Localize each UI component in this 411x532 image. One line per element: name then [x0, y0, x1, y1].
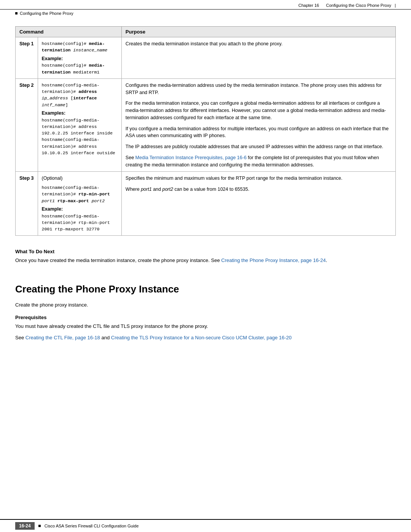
cmd2-bracket-open: [	[68, 96, 73, 101]
page-footer: 16-24 Cisco ASA Series Firewall CLI Conf…	[0, 519, 411, 532]
ex3-line2: 2001 rtp-maxport 32770	[42, 226, 118, 232]
examples-label-2: Examples:	[42, 110, 66, 116]
cmd2-intf: intf_name	[42, 102, 65, 107]
step-1-command: hostname(config)# media-termination inst…	[38, 37, 121, 79]
ex2-line4: 10.10.0.25 interface outside	[42, 150, 118, 156]
example-label-1: Example:	[42, 56, 63, 61]
chapter-title: Configuring the Cisco Phone Proxy	[326, 3, 391, 8]
step-2-purpose: Configures the media-termination address…	[121, 78, 395, 172]
sub-header: Configuring the Phone Proxy	[0, 10, 411, 19]
header-right: Chapter 16 Configuring the Cisco Phone P…	[298, 3, 396, 8]
step-2-purpose-p4: The IP addresses are publicly routable a…	[126, 143, 392, 150]
cmd2-italic: ip_address	[42, 96, 68, 101]
step-1-purpose: Creates the media termination instance t…	[121, 37, 395, 79]
breadcrumb: Configuring the Phone Proxy	[20, 11, 73, 16]
see-links: See Creating the CTL File, page 16-18 an…	[15, 334, 396, 342]
section-intro: Create the phone proxy instance.	[15, 301, 396, 309]
table-row: Step 1 hostname(config)# media-terminati…	[16, 37, 396, 79]
media-termination-link[interactable]: Media Termination Instance Prerequisites…	[135, 155, 247, 160]
cmd3-port2: port2	[89, 198, 105, 203]
page-number: 16-24	[15, 522, 35, 530]
what-next-prefix: Once you have created the media terminat…	[15, 257, 221, 263]
see-prefix: See	[15, 335, 25, 340]
cmd1-italic: instance_name	[70, 48, 107, 53]
ex1-suffix: mediaterm1	[70, 70, 99, 75]
step-3-purpose-p1: Specifies the minimum and maximum values…	[126, 175, 392, 182]
page-header: Chapter 16 Configuring the Cisco Phone P…	[0, 0, 411, 10]
ex2-line3: hostname(config-media-termination)# addr…	[42, 136, 118, 150]
footer-icon	[38, 525, 41, 527]
cmd2-interface-bold: interface	[73, 96, 97, 101]
footer-doc-title: Cisco ASA Series Firewall CLI Configurat…	[45, 524, 139, 528]
prerequisites-title: Prerequisites	[15, 315, 396, 320]
table-row: Step 2 hostname(config-media-termination…	[16, 78, 396, 172]
what-next-title: What To Do Next	[15, 249, 396, 254]
step-3-label: Step 3	[16, 172, 38, 236]
col-command-header: Command	[16, 27, 122, 37]
step-2-purpose-p1: Configures the media-termination address…	[126, 82, 392, 96]
step-3-command: (Optional) hostname(config-media-termina…	[38, 172, 121, 236]
cmd1-prefix: hostname(config)#	[42, 41, 89, 46]
step-2-purpose-p5: See Media Termination Instance Prerequis…	[126, 154, 392, 169]
step-3-optional: (Optional)	[42, 175, 118, 182]
prerequisites-text: You must have already created the CTL fi…	[15, 323, 396, 330]
step-1-purpose-text: Creates the media termination instance t…	[126, 41, 283, 46]
ex2-line1: hostname(config-media-termination)# addr…	[42, 117, 118, 130]
ex2-line2: 192.0.2.25 interface inside	[42, 130, 118, 136]
ex1-prefix: hostname(config)#	[42, 63, 89, 68]
table-row: Step 3 (Optional) hostname(config-media-…	[16, 172, 396, 236]
steps-table: Command Purpose Step 1 hostname(config)#…	[15, 26, 396, 236]
col-purpose-header: Purpose	[121, 27, 395, 37]
chapter-label: Chapter 16	[298, 3, 319, 8]
ex3-line1: hostname(config-media-termination)# rtp-…	[42, 213, 118, 226]
cmd3-bold1: rtp-min-port	[78, 192, 110, 197]
cmd2-bold: address	[78, 89, 97, 94]
step-3-purpose: Specifies the minimum and maximum values…	[121, 172, 395, 236]
what-next-suffix: .	[326, 257, 327, 263]
main-content: Command Purpose Step 1 hostname(config)#…	[0, 19, 411, 365]
phone-proxy-instance-link[interactable]: Creating the Phone Proxy Instance, page …	[221, 257, 326, 263]
step-2-command: hostname(config-media-termination)# addr…	[38, 78, 121, 172]
and-text: and	[100, 335, 111, 340]
what-to-do-next-section: What To Do Next Once you have created th…	[15, 245, 396, 272]
breadcrumb-icon	[15, 12, 18, 14]
cmd2-bracket-close: ]	[65, 102, 68, 107]
ctl-file-link[interactable]: Creating the CTL File, page 16-18	[25, 335, 100, 340]
port2-italic: port2	[162, 187, 173, 192]
what-next-text: Once you have created the media terminat…	[15, 257, 396, 264]
cmd3-bold2: rtp-max-port	[55, 198, 89, 203]
example-label-3: Example:	[42, 206, 63, 212]
cmd3-port1: port1	[42, 198, 55, 203]
step-1-label: Step 1	[16, 37, 38, 79]
step-2-label: Step 2	[16, 78, 38, 172]
section-heading: Creating the Phone Proxy Instance	[15, 283, 396, 295]
step-2-purpose-p2: For the media termination instance, you …	[126, 100, 392, 121]
step-2-purpose-p3: If you configure a media termination add…	[126, 125, 392, 140]
port1-italic: port1	[141, 187, 152, 192]
tls-proxy-link[interactable]: Creating the TLS Proxy Instance for a No…	[111, 335, 292, 340]
step-3-purpose-p2: Where port1 and port2 can be a value fro…	[126, 186, 392, 193]
